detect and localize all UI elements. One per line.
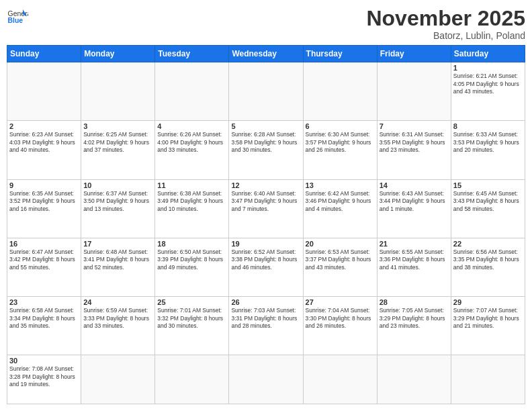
day-info: Sunrise: 7:08 AM Sunset: 3:28 PM Dayligh…: [9, 365, 79, 388]
table-row: [229, 355, 303, 404]
calendar-row-3: 9Sunrise: 6:35 AM Sunset: 3:52 PM Daylig…: [7, 179, 525, 238]
table-row: 2Sunrise: 6:23 AM Sunset: 4:03 PM Daylig…: [7, 121, 81, 179]
day-info: Sunrise: 6:23 AM Sunset: 4:03 PM Dayligh…: [9, 131, 79, 154]
day-info: Sunrise: 7:04 AM Sunset: 3:30 PM Dayligh…: [306, 307, 375, 330]
day-number: 28: [380, 298, 449, 306]
day-info: Sunrise: 6:58 AM Sunset: 3:34 PM Dayligh…: [9, 307, 79, 330]
table-row: [7, 62, 81, 121]
page-header: General Blue November 2025 Batorz, Lubli…: [7, 7, 525, 41]
table-row: 11Sunrise: 6:38 AM Sunset: 3:49 PM Dayli…: [155, 179, 229, 238]
table-row: 27Sunrise: 7:04 AM Sunset: 3:30 PM Dayli…: [303, 297, 377, 355]
calendar-row-4: 16Sunrise: 6:47 AM Sunset: 3:42 PM Dayli…: [7, 238, 525, 296]
table-row: 19Sunrise: 6:52 AM Sunset: 3:38 PM Dayli…: [229, 238, 303, 296]
day-info: Sunrise: 6:28 AM Sunset: 3:58 PM Dayligh…: [231, 131, 300, 154]
day-info: Sunrise: 6:21 AM Sunset: 4:05 PM Dayligh…: [453, 73, 523, 95]
table-row: 18Sunrise: 6:50 AM Sunset: 3:39 PM Dayli…: [155, 238, 229, 296]
table-row: 25Sunrise: 7:01 AM Sunset: 3:32 PM Dayli…: [155, 297, 229, 355]
day-number: 16: [9, 240, 79, 248]
svg-text:Blue: Blue: [8, 17, 24, 24]
day-number: 5: [231, 122, 300, 130]
table-row: [303, 62, 377, 121]
day-info: Sunrise: 7:03 AM Sunset: 3:31 PM Dayligh…: [231, 307, 300, 330]
table-row: 5Sunrise: 6:28 AM Sunset: 3:58 PM Daylig…: [229, 121, 303, 179]
day-info: Sunrise: 6:59 AM Sunset: 3:33 PM Dayligh…: [83, 307, 152, 330]
calendar-table: Sunday Monday Tuesday Wednesday Thursday…: [7, 45, 525, 404]
day-info: Sunrise: 6:25 AM Sunset: 4:02 PM Dayligh…: [83, 131, 152, 154]
day-info: Sunrise: 6:52 AM Sunset: 3:38 PM Dayligh…: [231, 248, 300, 271]
table-row: 8Sunrise: 6:33 AM Sunset: 3:53 PM Daylig…: [451, 121, 525, 179]
day-info: Sunrise: 6:47 AM Sunset: 3:42 PM Dayligh…: [9, 248, 79, 271]
month-title: November 2025: [366, 7, 525, 30]
day-info: Sunrise: 6:56 AM Sunset: 3:35 PM Dayligh…: [453, 248, 523, 271]
table-row: 21Sunrise: 6:55 AM Sunset: 3:36 PM Dayli…: [377, 238, 451, 296]
day-number: 1: [453, 64, 523, 72]
day-info: Sunrise: 6:33 AM Sunset: 3:53 PM Dayligh…: [453, 131, 523, 154]
day-number: 18: [157, 240, 226, 248]
table-row: 7Sunrise: 6:31 AM Sunset: 3:55 PM Daylig…: [377, 121, 451, 179]
day-number: 15: [453, 181, 523, 189]
table-row: [377, 62, 451, 121]
table-row: 15Sunrise: 6:45 AM Sunset: 3:43 PM Dayli…: [451, 179, 525, 238]
header-tuesday: Tuesday: [155, 46, 229, 62]
table-row: 26Sunrise: 7:03 AM Sunset: 3:31 PM Dayli…: [229, 297, 303, 355]
day-number: 25: [157, 298, 226, 306]
table-row: [377, 355, 451, 404]
table-row: 17Sunrise: 6:48 AM Sunset: 3:41 PM Dayli…: [81, 238, 155, 296]
day-number: 27: [306, 298, 375, 306]
weekday-header-row: Sunday Monday Tuesday Wednesday Thursday…: [7, 46, 525, 62]
header-monday: Monday: [81, 46, 155, 62]
day-info: Sunrise: 7:07 AM Sunset: 3:29 PM Dayligh…: [453, 307, 523, 330]
table-row: 6Sunrise: 6:30 AM Sunset: 3:57 PM Daylig…: [303, 121, 377, 179]
day-number: 19: [231, 240, 300, 248]
day-info: Sunrise: 6:43 AM Sunset: 3:44 PM Dayligh…: [380, 190, 449, 213]
table-row: [229, 62, 303, 121]
table-row: 20Sunrise: 6:53 AM Sunset: 3:37 PM Dayli…: [303, 238, 377, 296]
day-info: Sunrise: 6:38 AM Sunset: 3:49 PM Dayligh…: [157, 190, 226, 213]
logo-icon: General Blue: [7, 7, 28, 28]
day-number: 3: [83, 122, 152, 130]
day-info: Sunrise: 6:31 AM Sunset: 3:55 PM Dayligh…: [380, 131, 449, 154]
day-number: 17: [83, 240, 152, 248]
day-info: Sunrise: 6:35 AM Sunset: 3:52 PM Dayligh…: [9, 190, 79, 213]
day-info: Sunrise: 7:05 AM Sunset: 3:29 PM Dayligh…: [380, 307, 449, 330]
logo: General Blue: [7, 7, 28, 28]
day-number: 8: [453, 122, 523, 130]
day-number: 24: [83, 298, 152, 306]
calendar-row-2: 2Sunrise: 6:23 AM Sunset: 4:03 PM Daylig…: [7, 121, 525, 179]
table-row: [81, 355, 155, 404]
calendar-row-6: 30Sunrise: 7:08 AM Sunset: 3:28 PM Dayli…: [7, 355, 525, 404]
day-number: 13: [306, 181, 375, 189]
day-info: Sunrise: 6:53 AM Sunset: 3:37 PM Dayligh…: [306, 248, 375, 271]
table-row: 28Sunrise: 7:05 AM Sunset: 3:29 PM Dayli…: [377, 297, 451, 355]
table-row: 12Sunrise: 6:40 AM Sunset: 3:47 PM Dayli…: [229, 179, 303, 238]
day-info: Sunrise: 6:55 AM Sunset: 3:36 PM Dayligh…: [380, 248, 449, 271]
table-row: 4Sunrise: 6:26 AM Sunset: 4:00 PM Daylig…: [155, 121, 229, 179]
day-info: Sunrise: 6:42 AM Sunset: 3:46 PM Dayligh…: [306, 190, 375, 213]
table-row: [303, 355, 377, 404]
day-number: 30: [9, 357, 79, 365]
day-info: Sunrise: 6:26 AM Sunset: 4:00 PM Dayligh…: [157, 131, 226, 154]
calendar-row-5: 23Sunrise: 6:58 AM Sunset: 3:34 PM Dayli…: [7, 297, 525, 355]
title-block: November 2025 Batorz, Lublin, Poland: [366, 7, 525, 41]
header-saturday: Saturday: [451, 46, 525, 62]
day-number: 23: [9, 298, 79, 306]
table-row: 29Sunrise: 7:07 AM Sunset: 3:29 PM Dayli…: [451, 297, 525, 355]
day-number: 22: [453, 240, 523, 248]
header-sunday: Sunday: [7, 46, 81, 62]
header-thursday: Thursday: [303, 46, 377, 62]
calendar-row-1: 1Sunrise: 6:21 AM Sunset: 4:05 PM Daylig…: [7, 62, 525, 121]
day-number: 14: [380, 181, 449, 189]
day-info: Sunrise: 6:48 AM Sunset: 3:41 PM Dayligh…: [83, 248, 152, 271]
day-info: Sunrise: 6:45 AM Sunset: 3:43 PM Dayligh…: [453, 190, 523, 213]
table-row: 10Sunrise: 6:37 AM Sunset: 3:50 PM Dayli…: [81, 179, 155, 238]
day-info: Sunrise: 6:50 AM Sunset: 3:39 PM Dayligh…: [157, 248, 226, 271]
day-number: 11: [157, 181, 226, 189]
table-row: 16Sunrise: 6:47 AM Sunset: 3:42 PM Dayli…: [7, 238, 81, 296]
day-info: Sunrise: 6:30 AM Sunset: 3:57 PM Dayligh…: [306, 131, 375, 154]
day-number: 9: [9, 181, 79, 189]
day-info: Sunrise: 6:40 AM Sunset: 3:47 PM Dayligh…: [231, 190, 300, 213]
day-number: 4: [157, 122, 226, 130]
day-number: 2: [9, 122, 79, 130]
day-number: 21: [380, 240, 449, 248]
table-row: 24Sunrise: 6:59 AM Sunset: 3:33 PM Dayli…: [81, 297, 155, 355]
